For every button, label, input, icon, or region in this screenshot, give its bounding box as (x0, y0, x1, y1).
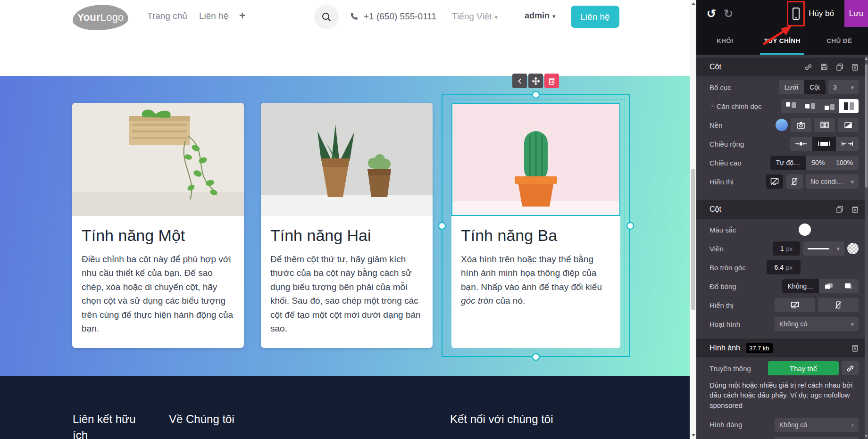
panel-scrollbar[interactable] (865, 56, 868, 439)
device-toggle-annotated[interactable] (787, 1, 805, 26)
line-style-icon (808, 248, 829, 249)
resize-handle-left[interactable] (438, 222, 446, 230)
card1-title[interactable]: Tính năng Một (82, 226, 234, 245)
shape-selector[interactable]: Không có› (775, 418, 859, 432)
tab-blocks[interactable]: KHỐI (696, 27, 753, 55)
card2-image[interactable] (261, 103, 433, 216)
width-normal-button[interactable] (812, 137, 836, 151)
layout-column-button[interactable]: Cột (804, 80, 826, 94)
cell-color-swatch[interactable] (799, 224, 811, 236)
shadow-none-button[interactable]: Không… (782, 279, 819, 293)
background-video-button[interactable] (814, 118, 835, 132)
scroll-down-icon[interactable] (692, 434, 695, 437)
tab-customize[interactable]: TUỲ CHỈNH (753, 27, 810, 55)
add-page-icon[interactable]: + (239, 9, 245, 22)
width-narrow-button[interactable] (790, 137, 812, 151)
language-selector[interactable]: Tiếng Việt▾ (452, 11, 498, 22)
resize-handle-right[interactable] (626, 222, 634, 230)
copy-icon[interactable] (836, 63, 843, 71)
background-color-swatch[interactable] (776, 119, 788, 131)
move-button[interactable] (528, 74, 543, 88)
feature-card-2[interactable]: Tính năng Hai Để thêm cột thứ tư, hãy gi… (261, 103, 433, 348)
select-parent-button[interactable] (512, 74, 527, 88)
hide-mobile-button[interactable] (786, 174, 803, 189)
valign-middle-button[interactable] (801, 99, 820, 113)
cancel-button[interactable]: Hủy bỏ (806, 8, 837, 19)
undo-button[interactable]: ↺ (707, 7, 716, 20)
alt-text-input[interactable] (775, 437, 859, 439)
nav-link-contact[interactable]: Liên hệ (199, 11, 228, 21)
trash-icon[interactable] (851, 206, 859, 213)
height-50-button[interactable]: 50% (806, 156, 830, 170)
rel-help-text: Dùng một hoặc nhiều giá trị rel cách nha… (709, 380, 860, 410)
delete-component-button[interactable] (544, 74, 559, 88)
tab-theme[interactable]: CHỦ ĐỀ (811, 27, 868, 55)
search-icon (321, 12, 332, 22)
height-auto-button[interactable]: Tự độ… (770, 156, 806, 170)
visibility-condition-dropdown[interactable]: No condi…▾ (806, 174, 859, 189)
scroll-up-icon[interactable] (692, 2, 695, 5)
save-button[interactable]: Lưu (844, 0, 868, 27)
site-logo[interactable]: YourLogo (73, 5, 128, 30)
radius-row: Bo tròn góc 6.4px (709, 259, 859, 275)
background-image-button[interactable] (791, 118, 811, 132)
feature-card-3[interactable]: Tính năng Ba Xóa hình trên hoặc thay thế… (451, 103, 620, 348)
search-button[interactable] (314, 5, 339, 29)
save-block-icon[interactable] (820, 63, 828, 71)
card3-text[interactable]: Xóa hình trên hoặc thay thế bằng hình ản… (461, 252, 611, 308)
card3-title[interactable]: Tính năng Ba (461, 226, 611, 245)
user-menu[interactable]: admin▾ (525, 11, 556, 21)
footer-heading-links[interactable]: Liên kết hữu ích (73, 411, 144, 439)
border-row: Viền 1px ▾ (709, 240, 859, 257)
border-color-swatch[interactable] (847, 243, 859, 254)
border-style-dropdown[interactable]: ▾ (803, 241, 844, 256)
scroll-up-icon[interactable] (865, 57, 868, 60)
shadow-soft-icon (825, 283, 833, 290)
border-radius-input[interactable]: 6.4px (767, 260, 801, 274)
contact-cta-button[interactable]: Liên hệ (571, 6, 619, 28)
image-link-button[interactable] (842, 361, 859, 375)
nav-link-home[interactable]: Trang chủ (147, 11, 187, 21)
replace-image-button[interactable]: Thay thế (768, 361, 839, 375)
card3-image-selected[interactable] (451, 103, 620, 216)
trash-icon[interactable] (851, 63, 859, 71)
mobile-device-icon (793, 8, 800, 20)
valign-bottom-button[interactable] (820, 99, 839, 113)
valign-stretch-button[interactable] (839, 99, 859, 113)
link-icon[interactable] (804, 63, 812, 71)
footer-heading-connect[interactable]: Kết nối với chúng tôi (450, 411, 553, 427)
resize-handle-bottom[interactable] (532, 353, 540, 361)
border-width-input[interactable]: 1px (773, 241, 800, 256)
card2-title[interactable]: Tính năng Hai (270, 226, 423, 245)
trash-icon[interactable] (851, 344, 859, 352)
hide-desktop-button[interactable] (775, 298, 815, 312)
valign-top-button[interactable] (781, 99, 801, 113)
card1-image[interactable] (72, 103, 244, 216)
site-header[interactable]: YourLogo Trang chủ Liên hệ + +1 (650) 55… (0, 0, 690, 76)
phone-group[interactable]: +1 (650) 555-0111 (350, 11, 436, 22)
background-gradient-button[interactable] (838, 118, 859, 132)
card2-text[interactable]: Để thêm cột thứ tư, hãy giảm kích thước … (270, 252, 423, 336)
canvas-scrollbar-thumb[interactable] (691, 169, 695, 310)
canvas-scrollbar[interactable] (690, 0, 696, 439)
column-count-dropdown[interactable]: 3▾ (828, 80, 859, 94)
height-100-button[interactable]: 100% (830, 156, 859, 170)
site-canvas[interactable]: YourLogo Trang chủ Liên hệ + +1 (650) 55… (0, 0, 690, 439)
page-builder-app: YourLogo Trang chủ Liên hệ + +1 (650) 55… (0, 0, 868, 439)
shadow-soft-button[interactable] (819, 279, 839, 293)
feature-card-1[interactable]: Tính năng Một Điều chỉnh ba cột này để p… (72, 103, 244, 348)
scroll-down-icon[interactable] (865, 435, 868, 438)
copy-icon[interactable] (836, 206, 843, 213)
hide-desktop-button[interactable] (766, 174, 783, 189)
animation-dropdown[interactable]: Không có▾ (775, 317, 859, 331)
layout-grid-button[interactable]: Lưới (779, 80, 804, 94)
resize-handle-top[interactable] (532, 91, 540, 99)
width-full-button[interactable] (836, 137, 859, 151)
footer-heading-about[interactable]: Về Chúng tôi (169, 411, 234, 427)
chevron-down-icon: ▾ (495, 14, 498, 21)
card1-text[interactable]: Điều chỉnh ba cột này để phù hợp với nhu… (82, 252, 234, 336)
hide-mobile-button[interactable] (818, 298, 859, 312)
panel-scrollbar-thumb[interactable] (865, 64, 868, 188)
shadow-hard-button[interactable] (839, 279, 859, 293)
redo-button[interactable]: ↻ (724, 7, 733, 20)
